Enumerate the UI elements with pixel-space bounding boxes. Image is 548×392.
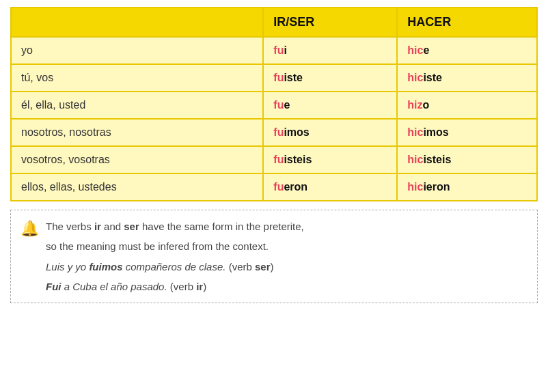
stem: fu <box>273 154 284 165</box>
stem: fu <box>273 126 284 138</box>
cell-subject: vosotros, vosotras <box>11 146 263 173</box>
stem: hic <box>407 181 423 193</box>
note-ex1-fuimos: fuimos <box>89 261 122 272</box>
ending: imos <box>423 126 448 138</box>
stem: fu <box>273 72 284 83</box>
cell-hacer: hicieron <box>397 173 537 201</box>
bell-icon: 🔔 <box>20 220 39 238</box>
note-ex1-after: compañeros de clase. <box>123 261 226 272</box>
note-ex2-fui: Fui <box>46 281 61 292</box>
conjugation-table: IR/SER HACER yofuihicetú, vosfuistehicis… <box>10 7 538 201</box>
cell-hacer: hiciste <box>397 64 537 92</box>
ending: ieron <box>423 181 450 193</box>
table-row: él, ella, ustedfuehizo <box>11 92 537 119</box>
cell-hacer: hicimos <box>397 119 537 146</box>
ending: iste <box>423 72 442 83</box>
ending: isteis <box>423 154 451 165</box>
cell-ir-ser: fue <box>263 92 397 119</box>
note-text-before: The verbs <box>46 221 94 232</box>
cell-ir-ser: fuisteis <box>263 146 397 173</box>
note-example2: Fui a Cuba el año pasado. (verb ir) <box>46 279 304 294</box>
note-content: The verbs ir and ser have the same form … <box>46 219 304 294</box>
ending: iste <box>284 72 303 83</box>
note-box: 🔔 The verbs ir and ser have the same for… <box>10 210 538 303</box>
ending: o <box>422 99 429 111</box>
note-ex1-ser: ser <box>255 261 271 272</box>
note-ex2-after: a Cuba el año pasado. <box>61 281 167 292</box>
table-row: yofuihice <box>11 37 537 64</box>
note-example1: Luis y yo fuimos compañeros de clase. (v… <box>46 259 304 275</box>
note-line1: The verbs ir and ser have the same form … <box>46 219 304 234</box>
stem: hic <box>407 44 423 56</box>
cell-subject: él, ella, usted <box>11 92 263 119</box>
note-ex2-close: ) <box>203 281 206 292</box>
header-hacer: HACER <box>397 8 537 37</box>
stem: hic <box>407 154 423 165</box>
ending: isteis <box>284 154 312 165</box>
note-ser: ser <box>124 221 139 232</box>
note-ex2-ir: ir <box>196 281 203 292</box>
stem: hic <box>407 72 423 83</box>
table-row: nosotros, nosotrasfuimoshicimos <box>11 119 537 146</box>
note-text-and: and <box>101 221 124 232</box>
cell-ir-ser: fuiste <box>263 64 397 92</box>
cell-subject: tú, vos <box>11 64 263 92</box>
stem: hiz <box>407 99 422 111</box>
cell-hacer: hice <box>397 37 537 64</box>
cell-subject: yo <box>11 37 263 64</box>
cell-ir-ser: fui <box>263 37 397 64</box>
note-ex2-verb-pre: (verb <box>167 281 197 292</box>
cell-subject: ellos, ellas, ustedes <box>11 173 263 201</box>
header-ir-ser: IR/SER <box>263 8 397 37</box>
stem: fu <box>273 99 284 111</box>
ending: eron <box>284 181 307 193</box>
cell-ir-ser: fueron <box>263 173 397 201</box>
note-ex1-start: Luis y yo <box>46 261 89 272</box>
note-ex1-close: ) <box>271 261 274 272</box>
cell-ir-ser: fuimos <box>263 119 397 146</box>
note-line2: so the meaning must be infered from the … <box>46 238 304 254</box>
note-ex1-verb-pre: (verb <box>225 261 255 272</box>
stem: fu <box>273 44 284 56</box>
ending: e <box>423 44 429 56</box>
table-row: ellos, ellas, ustedesfueronhicieron <box>11 173 537 201</box>
ending: e <box>284 99 290 111</box>
table-row: vosotros, vosotrasfuisteishicisteis <box>11 146 537 173</box>
ending: imos <box>284 126 309 138</box>
ending: i <box>284 44 286 56</box>
cell-subject: nosotros, nosotras <box>11 119 263 146</box>
cell-hacer: hizo <box>397 92 537 119</box>
cell-hacer: hicisteis <box>397 146 537 173</box>
table-row: tú, vosfuistehiciste <box>11 64 537 92</box>
header-subject <box>11 8 263 37</box>
stem: hic <box>407 126 423 138</box>
note-ir: ir <box>94 221 101 232</box>
note-text-after: have the same form in the preterite, <box>139 221 304 232</box>
stem: fu <box>273 181 284 193</box>
